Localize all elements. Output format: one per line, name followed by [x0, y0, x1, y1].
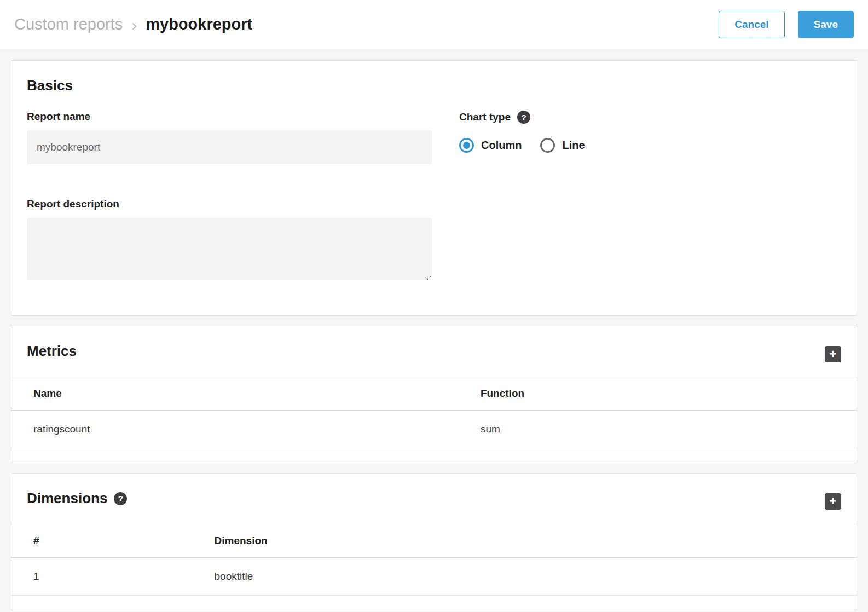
metrics-title-row: Metrics: [27, 343, 77, 360]
metrics-col-name: Name: [11, 377, 481, 411]
report-description-label: Report description: [27, 198, 432, 210]
chart-type-label-row: Chart type ?: [459, 111, 841, 124]
header-actions: Cancel Save: [719, 11, 854, 38]
basics-card: Basics Report name Report description Ch…: [11, 60, 857, 316]
main-content: Basics Report name Report description Ch…: [0, 49, 868, 612]
chart-type-label: Chart type: [459, 111, 511, 123]
report-name-input[interactable]: [27, 130, 432, 164]
dimension-number-cell: 1: [11, 558, 215, 596]
dimensions-card-head: Dimensions ? +: [11, 474, 857, 524]
chart-type-radio-group: Column Line: [459, 138, 841, 153]
dimensions-table: # Dimension 1 booktitle: [11, 524, 857, 596]
basics-left-column: Report name Report description: [27, 111, 432, 282]
dimensions-title-row: Dimensions ?: [27, 490, 127, 507]
radio-selected-icon: [459, 138, 474, 153]
save-button[interactable]: Save: [798, 11, 854, 38]
dimensions-col-number: #: [11, 524, 215, 558]
help-icon[interactable]: ?: [114, 492, 127, 505]
metrics-card-head: Metrics +: [11, 326, 857, 377]
dimensions-col-dimension: Dimension: [215, 524, 857, 558]
basics-grid: Report name Report description Chart typ…: [27, 111, 841, 282]
dimension-name-cell: booktitle: [215, 558, 857, 596]
chart-type-column-radio[interactable]: Column: [459, 138, 522, 153]
radio-unselected-icon: [540, 138, 555, 153]
report-name-label: Report name: [27, 111, 432, 123]
breadcrumb: Custom reports › mybookreport: [14, 15, 252, 33]
metrics-card: Metrics + Name Function ratingscount sum: [11, 326, 857, 463]
chart-type-line-radio[interactable]: Line: [540, 138, 585, 153]
chevron-right-icon: ›: [131, 16, 137, 33]
basics-right-column: Chart type ? Column Line: [459, 111, 841, 282]
table-row[interactable]: 1 booktitle: [11, 558, 857, 596]
metric-function-cell: sum: [481, 411, 857, 448]
metric-name-cell: ratingscount: [11, 411, 481, 448]
add-dimension-button[interactable]: +: [825, 493, 841, 510]
metrics-col-function: Function: [481, 377, 857, 411]
metrics-title: Metrics: [27, 343, 77, 360]
dimensions-title: Dimensions: [27, 490, 107, 507]
cancel-button[interactable]: Cancel: [719, 11, 784, 38]
add-metric-button[interactable]: +: [825, 346, 841, 362]
chart-type-line-label: Line: [562, 139, 585, 152]
basics-title: Basics: [27, 77, 841, 94]
table-row[interactable]: ratingscount sum: [11, 411, 857, 448]
metrics-header-row: Name Function: [11, 377, 857, 411]
metrics-table: Name Function ratingscount sum: [11, 377, 857, 448]
help-icon[interactable]: ?: [517, 111, 530, 124]
report-description-input[interactable]: [27, 218, 432, 280]
top-bar: Custom reports › mybookreport Cancel Sav…: [0, 0, 868, 49]
breadcrumb-custom-reports[interactable]: Custom reports: [14, 15, 123, 33]
page-title: mybookreport: [146, 15, 252, 33]
dimensions-card: Dimensions ? + # Dimension 1 booktitle: [11, 473, 857, 610]
dimensions-header-row: # Dimension: [11, 524, 857, 558]
chart-type-column-label: Column: [481, 139, 522, 152]
